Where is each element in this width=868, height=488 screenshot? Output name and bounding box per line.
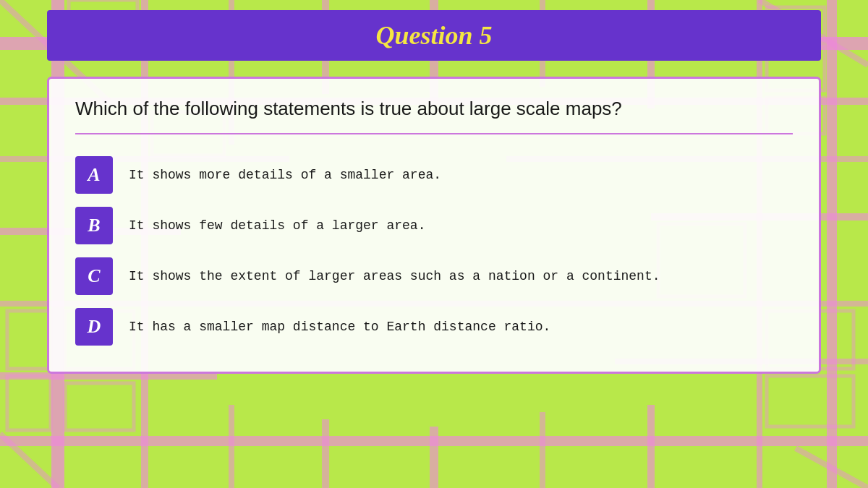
option-badge-b: B [75,207,113,244]
option-row-c[interactable]: CIt shows the extent of larger areas suc… [75,257,793,295]
option-row-b[interactable]: BIt shows few details of a larger area. [75,207,793,244]
option-badge-c: C [75,257,113,295]
question-text: Which of the following statements is tru… [75,96,793,134]
option-text-c: It shows the extent of larger areas such… [129,267,660,286]
option-row-a[interactable]: AIt shows more details of a smaller area… [75,156,793,194]
options-list: AIt shows more details of a smaller area… [75,150,793,346]
option-badge-d: D [75,308,113,346]
option-badge-a: A [75,156,113,194]
option-text-b: It shows few details of a larger area. [129,217,425,235]
title-bar: Question 5 [47,10,821,61]
option-text-a: It shows more details of a smaller area. [129,166,441,184]
option-row-d[interactable]: DIt has a smaller map distance to Earth … [75,308,793,346]
question-card: Which of the following statements is tru… [47,77,821,374]
option-text-d: It has a smaller map distance to Earth d… [129,318,550,336]
page-background: Question 5 Which of the following statem… [0,0,868,488]
question-title: Question 5 [375,21,492,50]
